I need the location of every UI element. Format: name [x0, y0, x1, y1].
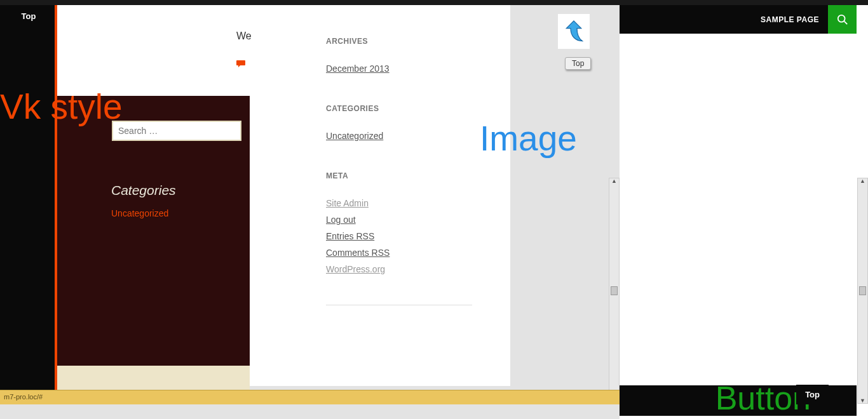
right-footer-bar: Button Top [620, 385, 857, 416]
scroll-down-icon[interactable]: ▼ [860, 397, 865, 404]
right-preview-pane: SAMPLE PAGE Button Top ▲ ▼ [620, 0, 868, 419]
search-icon [837, 14, 848, 25]
sample-page-link[interactable]: SAMPLE PAGE [752, 5, 828, 34]
search-button[interactable] [828, 5, 857, 34]
meta-link-wordpress[interactable]: WordPress.org [326, 264, 472, 274]
scroll-top-image-box[interactable] [558, 14, 590, 49]
status-url: m7-pro.loc/# [4, 393, 43, 401]
scroll-top-button[interactable]: Top [796, 385, 829, 404]
left-scrollbar[interactable]: ▲ ▼ [609, 178, 620, 404]
right-scrollbar[interactable]: ▲ ▼ [857, 178, 868, 404]
status-bar: m7-pro.loc/# [0, 390, 620, 404]
vk-style-overlay-label: Vk style [0, 86, 123, 127]
archives-title: ARCHIVES [326, 37, 472, 46]
category-link-uncategorized[interactable]: Uncategorized [111, 208, 168, 218]
categories-widget-link[interactable]: Uncategorized [326, 131, 472, 141]
scroll-thumb[interactable] [611, 286, 618, 295]
scroll-up-icon[interactable]: ▲ [611, 178, 617, 184]
right-header-bar: SAMPLE PAGE [620, 5, 857, 34]
categories-widget-title: CATEGORIES [326, 104, 472, 113]
meta-title: META [326, 171, 472, 180]
meta-link-site-admin[interactable]: Site Admin [326, 198, 472, 208]
search-input[interactable] [113, 122, 240, 140]
categories-heading: Categories [111, 183, 176, 198]
meta-link-comments-rss[interactable]: Comments RSS [326, 248, 472, 258]
svg-point-0 [837, 15, 844, 22]
left-preview-pane: Top Vk style Categories Uncategorized We… [0, 0, 620, 404]
svg-line-1 [844, 21, 847, 24]
meta-link-log-out[interactable]: Log out [326, 215, 472, 225]
admin-topbar [0, 0, 868, 5]
left-dark-column [0, 0, 57, 404]
post-snippet-text: We [236, 30, 252, 42]
widget-divider [326, 305, 472, 305]
scroll-up-icon[interactable]: ▲ [860, 178, 865, 184]
widget-column: ARCHIVES December 2013 CATEGORIES Uncate… [326, 37, 472, 305]
image-overlay-label: Image [480, 118, 577, 159]
scroll-top-label[interactable]: Top [565, 57, 591, 70]
archives-link-dec-2013[interactable]: December 2013 [326, 63, 472, 74]
search-box [112, 121, 241, 141]
meta-link-entries-rss[interactable]: Entries RSS [326, 231, 472, 241]
top-button-badge[interactable]: Top [0, 11, 57, 21]
scroll-thumb[interactable] [859, 286, 866, 295]
comment-icon[interactable] [236, 60, 245, 70]
up-arrow-icon [561, 17, 587, 46]
